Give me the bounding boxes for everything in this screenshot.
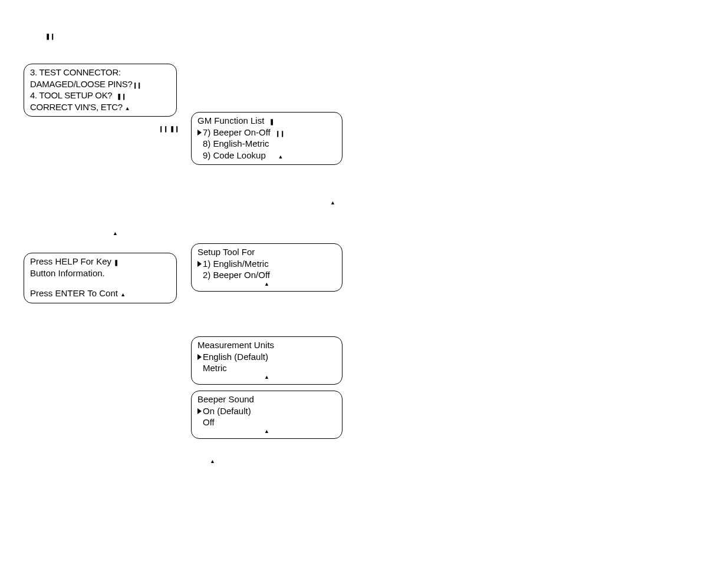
page-marker-glyph: ❚❙: [45, 34, 55, 39]
glyph-up: ▲: [197, 281, 336, 288]
text: On (Default): [203, 406, 251, 416]
pointer-icon: [197, 408, 202, 414]
text: 9) Code Lookup: [203, 150, 266, 160]
glyph: ❙❙: [275, 130, 285, 137]
glyph-up: ▲: [125, 105, 130, 111]
page-marker-arrow-3: ▲: [210, 459, 215, 464]
item-metric[interactable]: Metric: [197, 362, 336, 374]
item-beeper-on-off-2[interactable]: 2) Beeper On/Off: [197, 269, 336, 281]
title-measurement-units: Measurement Units: [197, 339, 336, 351]
line-damaged-pins: DAMAGED/LOOSE PINS?❙❙: [30, 78, 170, 90]
text: English (Default): [203, 352, 268, 362]
text: Press ENTER To Cont: [30, 288, 118, 298]
item-off[interactable]: Off: [197, 416, 336, 428]
text: Press HELP For Key: [30, 256, 111, 266]
glyph: ❚: [269, 118, 274, 125]
item-beeper-on-off[interactable]: 7) Beeper On-Off ❙❙: [197, 127, 336, 138]
screen-press-help: Press HELP For Key ❚ Button Information.…: [24, 253, 177, 303]
screen-beeper-sound: Beeper Sound On (Default) Off ▲: [191, 391, 342, 439]
screen-measurement-units: Measurement Units English (Default) Metr…: [191, 336, 342, 385]
screen-test-connector: 3. TEST CONNECTOR: DAMAGED/LOOSE PINS?❙❙…: [24, 64, 177, 117]
glyph: ❚: [114, 259, 118, 266]
blank-line: [30, 279, 170, 287]
item-english-metric-2[interactable]: 1) English/Metric: [197, 258, 336, 270]
glyph-up: ▲: [197, 374, 336, 381]
page-marker-pair: ❙❙ ❚❙: [159, 126, 179, 132]
page-marker-arrow-1: ▲: [330, 200, 335, 206]
line-press-help: Press HELP For Key ❚: [30, 256, 170, 267]
text: CORRECT VIN'S, ETC?: [30, 102, 123, 112]
item-english-default[interactable]: English (Default): [197, 351, 336, 363]
title-beeper-sound: Beeper Sound: [197, 394, 336, 405]
item-on-default[interactable]: On (Default): [197, 405, 336, 417]
line-press-enter[interactable]: Press ENTER To Cont ▲: [30, 287, 170, 299]
text: GM Function List: [197, 115, 264, 125]
item-code-lookup[interactable]: 9) Code Lookup ▲: [197, 150, 336, 161]
text: 4. TOOL SETUP OK?: [30, 90, 112, 100]
line-correct-vins: CORRECT VIN'S, ETC? ▲: [30, 101, 170, 113]
title-gm-function-list: GM Function List ❚: [197, 115, 336, 127]
glyph: ❚❙: [117, 93, 126, 100]
line-3-test-connector: 3. TEST CONNECTOR:: [30, 67, 170, 78]
text: 1) English/Metric: [203, 259, 269, 269]
screen-gm-function-list: GM Function List ❚ 7) Beeper On-Off ❙❙ 8…: [191, 112, 342, 165]
text: DAMAGED/LOOSE PINS?: [30, 79, 133, 89]
glyph-up: ▲: [120, 292, 126, 297]
pointer-icon: [197, 130, 202, 135]
text: 7) Beeper On-Off: [203, 127, 271, 137]
page-marker-arrow-2: ▲: [113, 231, 118, 236]
glyph: ❙❙: [133, 82, 141, 88]
glyph-up: ▲: [278, 154, 284, 160]
glyph-up: ▲: [197, 428, 336, 435]
item-english-metric[interactable]: 8) English-Metric: [197, 138, 336, 150]
pointer-icon: [197, 354, 202, 360]
pointer-icon: [197, 261, 202, 267]
screen-setup-tool: Setup Tool For 1) English/Metric 2) Beep…: [191, 243, 342, 292]
title-setup-tool: Setup Tool For: [197, 246, 336, 258]
line-button-info: Button Information.: [30, 267, 170, 279]
line-4-tool-setup: 4. TOOL SETUP OK? ❚❙: [30, 90, 170, 101]
